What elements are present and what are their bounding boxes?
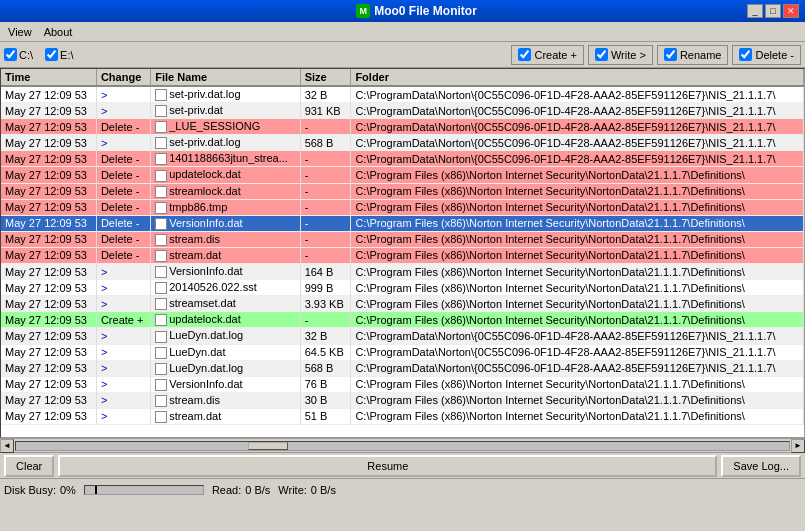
cell-filename: set-priv.dat (151, 103, 300, 119)
cell-folder: C:\ProgramData\Norton\{0C55C096-0F1D-4F2… (351, 360, 804, 376)
cell-size: - (300, 119, 351, 135)
table-row[interactable]: May 27 12:09 53 > 20140526.022.sst 999 B… (1, 280, 804, 296)
drive-c-check[interactable]: C:\ (4, 48, 33, 61)
table-row[interactable]: May 27 12:09 53 Delete - _LUE_SESSIONG -… (1, 119, 804, 135)
disk-busy-value: 0% (60, 484, 76, 496)
read-label: Read: (212, 484, 241, 496)
col-change[interactable]: Change (96, 69, 150, 86)
read-value: 0 B/s (245, 484, 270, 496)
cell-change: > (96, 264, 150, 280)
scroll-thumb[interactable] (248, 442, 288, 450)
filter-create-checkbox[interactable] (518, 48, 531, 61)
cell-folder: C:\Program Files (x86)\Norton Internet S… (351, 215, 804, 231)
cell-time: May 27 12:09 53 (1, 167, 96, 183)
col-time[interactable]: Time (1, 69, 96, 86)
col-filename[interactable]: File Name (151, 69, 300, 86)
app-icon: M (356, 4, 370, 18)
cell-size: 76 B (300, 376, 351, 392)
table-row[interactable]: May 27 12:09 53 Delete - stream.dat - C:… (1, 247, 804, 263)
cell-time: May 27 12:09 53 (1, 103, 96, 119)
menu-view[interactable]: View (2, 24, 38, 40)
cell-change: Create + (96, 312, 150, 328)
table-row[interactable]: May 27 12:09 53 > set-priv.dat.log 32 B … (1, 86, 804, 103)
cell-time: May 27 12:09 53 (1, 376, 96, 392)
table-row[interactable]: May 27 12:09 53 Delete - stream.dis - C:… (1, 231, 804, 247)
filter-create-btn[interactable]: Create + (511, 45, 584, 65)
filter-write-btn[interactable]: Write > (588, 45, 653, 65)
cell-time: May 27 12:09 53 (1, 119, 96, 135)
filter-delete-checkbox[interactable] (739, 48, 752, 61)
cell-filename: LueDyn.dat.log (151, 328, 300, 344)
table-row[interactable]: May 27 12:09 53 Delete - updatelock.dat … (1, 167, 804, 183)
table-row[interactable]: May 27 12:09 53 > VersionInfo.dat 164 B … (1, 264, 804, 280)
cell-size: - (300, 312, 351, 328)
col-size[interactable]: Size (300, 69, 351, 86)
filter-rename-checkbox[interactable] (664, 48, 677, 61)
disk-busy-segment: Disk Busy: 0% (4, 484, 76, 496)
close-button[interactable]: ✕ (783, 4, 799, 18)
filter-delete-btn[interactable]: Delete - (732, 45, 801, 65)
drive-e-checkbox[interactable] (45, 48, 58, 61)
file-icon (155, 379, 167, 391)
cell-filename: updatelock.dat (151, 167, 300, 183)
drive-e-check[interactable]: E:\ (45, 48, 73, 61)
cell-size: - (300, 199, 351, 215)
cell-filename: 1401188663jtun_strea... (151, 151, 300, 167)
table-row[interactable]: May 27 12:09 53 > set-priv.dat 931 KB C:… (1, 103, 804, 119)
horizontal-scrollbar[interactable]: ◄ ► (0, 438, 805, 452)
app-title: Moo0 File Monitor (374, 4, 477, 18)
resume-button[interactable]: Resume (58, 455, 717, 477)
filter-rename-btn[interactable]: Rename (657, 45, 729, 65)
cell-filename: stream.dis (151, 231, 300, 247)
file-table-container[interactable]: Time Change File Name Size Folder May 27… (0, 68, 805, 438)
cell-filename: _LUE_SESSIONG (151, 119, 300, 135)
scroll-track[interactable] (15, 441, 790, 451)
table-row[interactable]: May 27 12:09 53 > stream.dis 30 B C:\Pro… (1, 392, 804, 408)
cell-filename: VersionInfo.dat (151, 215, 300, 231)
table-row[interactable]: May 27 12:09 53 Delete - streamlock.dat … (1, 183, 804, 199)
clear-button[interactable]: Clear (4, 455, 54, 477)
cell-size: 30 B (300, 392, 351, 408)
cell-size: 51 B (300, 408, 351, 424)
save-log-button[interactable]: Save Log... (721, 455, 801, 477)
table-row[interactable]: May 27 12:09 53 > LueDyn.dat 64.5 KB C:\… (1, 344, 804, 360)
file-icon (155, 202, 167, 214)
cell-change: > (96, 86, 150, 103)
table-row[interactable]: May 27 12:09 53 Create + updatelock.dat … (1, 312, 804, 328)
file-icon (155, 137, 167, 149)
cell-size: 164 B (300, 264, 351, 280)
title-controls: _ □ ✕ (747, 4, 799, 18)
cell-folder: C:\Program Files (x86)\Norton Internet S… (351, 183, 804, 199)
table-row[interactable]: May 27 12:09 53 Delete - VersionInfo.dat… (1, 215, 804, 231)
menu-bar: View About (0, 22, 805, 42)
cell-time: May 27 12:09 53 (1, 183, 96, 199)
scroll-right-btn[interactable]: ► (791, 439, 805, 453)
scroll-left-btn[interactable]: ◄ (0, 439, 14, 453)
file-icon (155, 266, 167, 278)
drive-c-checkbox[interactable] (4, 48, 17, 61)
minimize-button[interactable]: _ (747, 4, 763, 18)
cell-time: May 27 12:09 53 (1, 392, 96, 408)
cell-filename: stream.dat (151, 408, 300, 424)
cell-size: - (300, 231, 351, 247)
table-row[interactable]: May 27 12:09 53 > stream.dat 51 B C:\Pro… (1, 408, 804, 424)
filter-delete-label: Delete - (755, 49, 794, 61)
file-icon (155, 347, 167, 359)
cell-change: Delete - (96, 151, 150, 167)
filter-write-checkbox[interactable] (595, 48, 608, 61)
table-row[interactable]: May 27 12:09 53 > streamset.dat 3.93 KB … (1, 296, 804, 312)
table-row[interactable]: May 27 12:09 53 Delete - tmpb86.tmp - C:… (1, 199, 804, 215)
table-row[interactable]: May 27 12:09 53 > LueDyn.dat.log 32 B C:… (1, 328, 804, 344)
table-row[interactable]: May 27 12:09 53 Delete - 1401188663jtun_… (1, 151, 804, 167)
col-folder[interactable]: Folder (351, 69, 804, 86)
cell-time: May 27 12:09 53 (1, 86, 96, 103)
menu-about[interactable]: About (38, 24, 79, 40)
table-row[interactable]: May 27 12:09 53 > VersionInfo.dat 76 B C… (1, 376, 804, 392)
maximize-button[interactable]: □ (765, 4, 781, 18)
table-row[interactable]: May 27 12:09 53 > set-priv.dat.log 568 B… (1, 135, 804, 151)
cell-folder: C:\ProgramData\Norton\{0C55C096-0F1D-4F2… (351, 135, 804, 151)
table-row[interactable]: May 27 12:09 53 > LueDyn.dat.log 568 B C… (1, 360, 804, 376)
cell-change: Delete - (96, 199, 150, 215)
cell-change: Delete - (96, 119, 150, 135)
table-header-row: Time Change File Name Size Folder (1, 69, 804, 86)
